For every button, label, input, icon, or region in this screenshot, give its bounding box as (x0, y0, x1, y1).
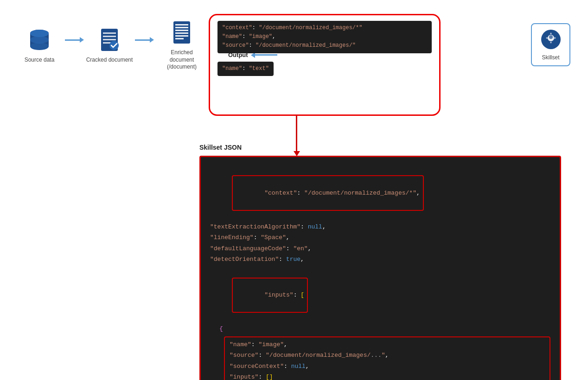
svg-rect-14 (175, 32, 188, 34)
enriched-document-node: Enricheddocument(/document) (154, 19, 210, 71)
json-code-block: "context": "/document/normalized_images/… (199, 156, 561, 380)
svg-point-3 (30, 43, 49, 50)
svg-point-19 (549, 35, 553, 39)
svg-rect-7 (103, 39, 116, 40)
svg-point-1 (30, 30, 49, 37)
svg-rect-11 (175, 24, 188, 25)
cracked-doc-label: Cracked document (86, 57, 133, 64)
skillset-label: Skillset (542, 54, 559, 61)
svg-rect-6 (103, 36, 116, 37)
svg-point-2 (30, 36, 49, 44)
skillset-node: Skillset (531, 23, 570, 66)
diagram-area: Source data Cracked document (9, 9, 575, 130)
svg-rect-13 (175, 30, 188, 31)
svg-rect-15 (175, 35, 188, 37)
json-title: Skillset JSON (199, 144, 561, 151)
skillset-icon (540, 29, 562, 52)
database-icon (26, 26, 53, 54)
output-code-snippet: "name": "text" (217, 62, 274, 76)
source-data-node: Source data (14, 26, 65, 64)
enriched-doc-label: Enricheddocument(/document) (167, 49, 197, 71)
arrow-1 (65, 37, 84, 43)
svg-rect-5 (103, 32, 116, 34)
svg-rect-12 (175, 27, 188, 28)
svg-rect-16 (175, 38, 184, 39)
cracked-document-node: Cracked document (84, 26, 135, 64)
arrow-2 (135, 37, 154, 43)
input-code-snippet: "context": "/document/normalized_images/… (217, 21, 432, 53)
json-section: Skillset JSON "context": "/document/norm… (199, 144, 561, 380)
enriched-doc-icon (168, 19, 196, 46)
cracked-doc-icon (96, 26, 123, 54)
io-panel: "context": "/document/normalized_images/… (209, 14, 441, 116)
source-data-label: Source data (25, 57, 55, 64)
